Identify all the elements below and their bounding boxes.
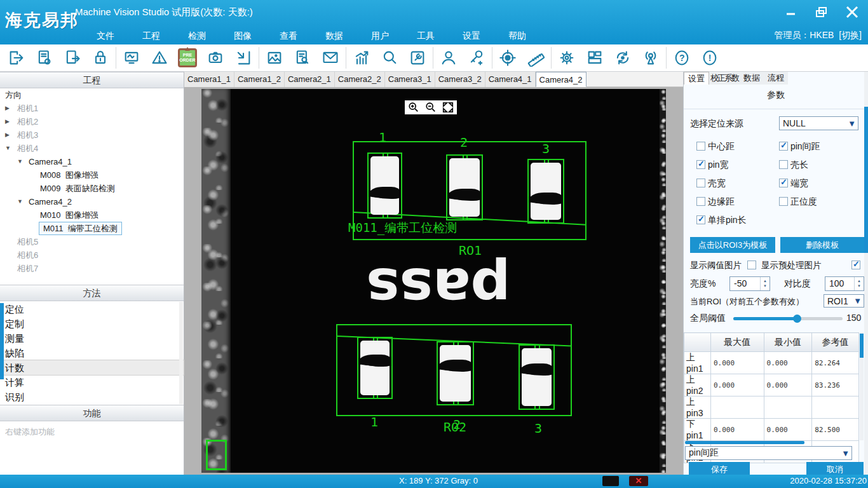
- locate-source-select[interactable]: NULL▼: [779, 116, 858, 130]
- checkbox-icon[interactable]: [779, 197, 788, 206]
- checkbox-edge-dist[interactable]: 边缘距: [696, 196, 735, 208]
- monitor-icon[interactable]: [118, 46, 146, 70]
- menu-detect[interactable]: 检测: [174, 30, 220, 42]
- tab-camera4-2-active[interactable]: Camera4_2: [536, 72, 587, 87]
- gear-icon[interactable]: [553, 46, 581, 70]
- alert-icon[interactable]: !: [696, 46, 724, 70]
- checkbox-icon[interactable]: [696, 142, 705, 151]
- tab-camera1-1[interactable]: Camera1_1: [184, 72, 234, 87]
- sync-icon[interactable]: [609, 46, 637, 70]
- checkbox-center-dist[interactable]: 中心距: [696, 141, 735, 152]
- lock-icon[interactable]: [86, 46, 114, 70]
- table-row[interactable]: 下pin1 0.000 0.000 82.500: [684, 419, 859, 441]
- antenna-icon[interactable]: [637, 46, 665, 70]
- brightness-stepper[interactable]: -50 ▲▼: [729, 276, 770, 291]
- menu-image[interactable]: 图像: [220, 30, 266, 42]
- checkbox-position-degree[interactable]: 正位度: [779, 196, 817, 208]
- table-scrollbar-thumb[interactable]: [860, 334, 864, 358]
- slider-thumb[interactable]: [793, 315, 801, 323]
- tab-flow[interactable]: 流程: [764, 72, 788, 85]
- menu-file[interactable]: 文件: [83, 30, 128, 42]
- image-icon[interactable]: [261, 46, 288, 70]
- doc-settings-icon[interactable]: [31, 46, 58, 70]
- checkbox-pin-width[interactable]: pin宽: [696, 159, 729, 171]
- table-row[interactable]: 上pin1 0.000 0.000 82.264: [684, 352, 859, 374]
- help-icon[interactable]: ?: [668, 46, 696, 70]
- zoom-in-icon[interactable]: [408, 102, 419, 113]
- restore-button[interactable]: [811, 3, 832, 22]
- layout-icon[interactable]: [581, 46, 609, 70]
- menu-project[interactable]: 工程: [128, 30, 174, 42]
- tab-camera2-1[interactable]: Camera2_1: [285, 72, 335, 87]
- chart-icon[interactable]: [348, 46, 376, 70]
- mail-icon[interactable]: [316, 46, 344, 70]
- panel-scrollbar-thumb[interactable]: [864, 107, 868, 253]
- checkbox-end-width[interactable]: 端宽: [779, 178, 808, 189]
- method-calc[interactable]: 计算: [0, 375, 184, 390]
- menu-user[interactable]: 用户: [357, 30, 403, 42]
- preorder-badge-icon[interactable]: PREORDER: [173, 46, 201, 70]
- checkbox-shell-width[interactable]: 壳宽: [696, 178, 726, 189]
- tree-item-camera4-2[interactable]: ▼Camera4_2: [0, 195, 184, 208]
- table-row[interactable]: 上pin3: [684, 396, 859, 419]
- image-viewport[interactable]: 1 2 3 M011_编带工位检测 RO1 pass 1 2: [184, 87, 683, 475]
- tree-item-m011-selected[interactable]: M011 编带工位检测: [0, 222, 184, 235]
- stepper-arrows-icon[interactable]: ▲▼: [760, 277, 770, 290]
- show-preprocess-checkbox[interactable]: [851, 261, 860, 269]
- menu-settings[interactable]: 设置: [449, 30, 494, 42]
- checkbox-icon[interactable]: [696, 197, 705, 206]
- method-custom[interactable]: 定制: [0, 316, 184, 331]
- menu-tools[interactable]: 工具: [403, 30, 449, 42]
- checkbox-icon[interactable]: [779, 142, 788, 151]
- checkbox-icon[interactable]: [696, 215, 705, 224]
- tab-camera4-1[interactable]: Camera4_1: [485, 72, 536, 87]
- set-template-button[interactable]: 点击以ROI3为模板: [690, 237, 775, 253]
- close-button[interactable]: [841, 3, 863, 22]
- checkbox-pin-pitch[interactable]: pin间距: [779, 141, 820, 152]
- stepper-arrows-icon[interactable]: ▲▼: [854, 277, 864, 290]
- import-image-icon[interactable]: [229, 46, 257, 70]
- table-hscrollbar-thumb[interactable]: [685, 441, 804, 444]
- warning-icon[interactable]: [146, 46, 173, 70]
- tab-camera1-2[interactable]: Camera1_2: [234, 72, 285, 87]
- method-locate[interactable]: 定位: [0, 302, 184, 316]
- menu-view[interactable]: 查看: [266, 30, 311, 42]
- method-recognize[interactable]: 识别: [0, 390, 184, 404]
- tree-item-camera7[interactable]: 相机7: [0, 262, 184, 275]
- current-roi-select[interactable]: ROI1▼: [824, 294, 864, 308]
- checkbox-icon[interactable]: [779, 179, 788, 187]
- table-row[interactable]: 上pin2 0.000 0.000 83.236: [684, 374, 859, 396]
- tree-item-direction[interactable]: 方向: [0, 88, 184, 102]
- method-measure[interactable]: 测量: [0, 331, 184, 346]
- checkbox-shell-length[interactable]: 壳长: [779, 159, 808, 171]
- crosshair-icon[interactable]: [494, 46, 522, 70]
- tree-item-camera3[interactable]: ▶相机3: [0, 128, 184, 142]
- export-icon[interactable]: [3, 46, 31, 70]
- method-scrollbar-thumb[interactable]: [0, 303, 4, 379]
- method-defect[interactable]: 缺陷: [0, 346, 184, 360]
- tab-camera3-2[interactable]: Camera3_2: [435, 72, 485, 87]
- tab-data[interactable]: 数据: [740, 72, 764, 85]
- checkbox-icon[interactable]: [696, 179, 705, 187]
- tree-item-camera2[interactable]: ▶相机2: [0, 115, 184, 128]
- show-threshold-checkbox[interactable]: [747, 261, 756, 269]
- minimize-button[interactable]: [780, 3, 802, 22]
- zoom-out-icon[interactable]: [425, 102, 437, 113]
- tree-item-camera5[interactable]: 相机5: [0, 235, 184, 248]
- checkbox-icon[interactable]: [779, 160, 788, 169]
- tree-item-m008[interactable]: M008 图像增强: [0, 168, 184, 182]
- tab-settings[interactable]: 设置: [684, 72, 709, 85]
- delete-template-button[interactable]: 删除模板: [780, 237, 864, 253]
- tree-item-camera1[interactable]: ▶相机1: [0, 102, 184, 115]
- doc-export-icon[interactable]: [58, 46, 86, 70]
- method-count-selected[interactable]: 计数: [0, 360, 184, 375]
- tree-item-m010[interactable]: M010 图像增强: [0, 208, 184, 222]
- tab-camera2-2[interactable]: Camera2_2: [335, 72, 385, 87]
- tab-camera3-1[interactable]: Camera3_1: [385, 72, 435, 87]
- switch-user-link[interactable]: [切换]: [839, 30, 862, 40]
- wrench-icon[interactable]: [403, 46, 431, 70]
- measure-item-select[interactable]: pin间距▼: [685, 446, 852, 460]
- menu-data[interactable]: 数据: [311, 30, 357, 42]
- camera-image[interactable]: 1 2 3 M011_编带工位检测 RO1 pass 1 2: [201, 89, 666, 473]
- search-icon[interactable]: [376, 46, 403, 70]
